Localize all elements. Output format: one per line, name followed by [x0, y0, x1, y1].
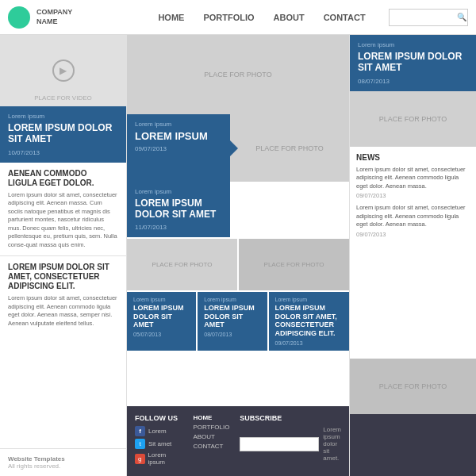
- top-photo-area: PLACE FOR PHOTO: [127, 35, 349, 114]
- footer-bar: FOLLOW US f Lorem t Sit amet g Lorem ips…: [127, 406, 349, 476]
- play-button[interactable]: ▶: [52, 60, 75, 82]
- right-photo-2: PLACE FOR PHOTO: [350, 359, 476, 414]
- blue-card-mid: Lorem ipsum LOREM IPSUM 09/07/2013: [127, 114, 230, 182]
- subscribe-title: SUBSCRIBE: [240, 414, 341, 422]
- header: COMPANY NAME HOME PORTFOLIO ABOUT CONTAC…: [0, 0, 476, 35]
- bc2-label: Lorem ipsum: [275, 297, 344, 302]
- follow-title: FOLLOW US: [135, 414, 183, 422]
- site-title: Website Templates: [8, 455, 118, 463]
- arrow-right: [230, 140, 238, 156]
- footer-nav-item-1[interactable]: PORTFOLIO: [193, 424, 230, 431]
- nav: HOME PORTFOLIO ABOUT CONTACT: [135, 13, 389, 22]
- bc0-title: LOREM IPSUM DOLOR SIT AMET: [133, 304, 190, 329]
- right-card-date: 08/07/2013: [358, 78, 468, 85]
- photo-sm-2: PLACE FOR PHOTO: [239, 239, 349, 290]
- nav-about[interactable]: ABOUT: [274, 13, 305, 22]
- footer-nav-item-2[interactable]: ABOUT: [193, 433, 230, 440]
- video-block[interactable]: ▶ PLACE FOR VIDEO: [0, 35, 126, 106]
- card-title: LOREM IPSUM DOLOR SIT AMET: [8, 122, 118, 145]
- bc0-date: 05/07/2013: [133, 332, 190, 337]
- article-body: Lorem ipsum dolor sit amet, consectetuer…: [8, 191, 118, 250]
- right-top-card: Lorem ipsum LOREM IPSUM DOLOR SIT AMET 0…: [350, 35, 476, 91]
- main-layout: ▶ PLACE FOR VIDEO Lorem ipsum LOREM IPSU…: [0, 35, 476, 476]
- bc1-date: 08/07/2013: [204, 332, 260, 337]
- news-body-0: Lorem ipsum dolor sit amet, consectetuer…: [356, 166, 470, 191]
- bc2-title: LOREM IPSUM DOLOR SIT AMET, CONSECTETUER…: [275, 304, 344, 338]
- mid-section: Lorem ipsum LOREM IPSUM 09/07/2013 PLACE…: [127, 114, 349, 182]
- right-column: Lorem ipsum LOREM IPSUM DOLOR SIT AMET 0…: [349, 35, 476, 476]
- article2-body: Lorem ipsum dolor sit amet, consectetuer…: [8, 294, 118, 328]
- subscribe-input[interactable]: [240, 437, 319, 451]
- sidebar-article-2: LOREM IPSUM DOLOR SIT AMET, CONSECTETUER…: [0, 256, 126, 449]
- footer-nav-item-3[interactable]: CONTACT: [193, 443, 230, 450]
- facebook-icon: f: [135, 426, 145, 436]
- logo-circle: [8, 6, 30, 29]
- bottom-card-0: Lorem ipsum LOREM IPSUM DOLOR SIT AMET 0…: [127, 292, 196, 351]
- mid-date: 09/07/2013: [135, 145, 222, 152]
- photo-large: PLACE FOR PHOTO: [127, 35, 349, 114]
- follow-label-0: Lorem: [148, 428, 167, 435]
- nav-portfolio[interactable]: PORTFOLIO: [203, 13, 254, 22]
- follow-item-2[interactable]: g Lorem ipsum: [135, 451, 183, 466]
- video-label: PLACE FOR VIDEO: [0, 94, 126, 102]
- search-input[interactable]: [393, 13, 457, 21]
- footer-nav-item-0[interactable]: HOME: [193, 414, 230, 421]
- news-item-0: Lorem ipsum dolor sit amet, consectetuer…: [356, 166, 470, 200]
- bottom-card-2: Lorem ipsum LOREM IPSUM DOLOR SIT AMET, …: [269, 292, 350, 351]
- mid2-date: 11/07/2013: [135, 224, 222, 231]
- bottom-card-1: Lorem ipsum LOREM IPSUM DOLOR SIT AMET 0…: [198, 292, 267, 351]
- logo-area: COMPANY NAME: [8, 6, 135, 29]
- sidebar: ▶ PLACE FOR VIDEO Lorem ipsum LOREM IPSU…: [0, 35, 127, 476]
- article2-title: LOREM IPSUM DOLOR SIT AMET, CONSECTETUER…: [8, 263, 118, 291]
- google-icon: g: [135, 454, 145, 464]
- nav-home[interactable]: HOME: [158, 13, 184, 22]
- twitter-icon: t: [135, 439, 145, 449]
- news-date-1: 09/07/2013: [356, 231, 470, 238]
- news-section: NEWS Lorem ipsum dolor sit amet, consect…: [350, 147, 476, 359]
- bc1-label: Lorem ipsum: [204, 297, 260, 302]
- blue-card-mid2-row: Lorem ipsum LOREM IPSUM DOLOR SIT AMET 1…: [127, 182, 349, 237]
- news-date-0: 09/07/2013: [356, 192, 470, 199]
- sidebar-blue-card-1: Lorem ipsum LOREM IPSUM DOLOR SIT AMET 1…: [0, 106, 126, 163]
- bc2-date: 09/07/2013: [275, 340, 344, 346]
- news-body-1: Lorem ipsum dolor sit amet, consectetuer…: [356, 204, 470, 229]
- right-footer-spacer: [350, 414, 476, 476]
- logo-text: COMPANY NAME: [36, 8, 72, 26]
- mid2-small-label: Lorem ipsum: [135, 188, 222, 195]
- mid-title: LOREM IPSUM: [135, 130, 222, 142]
- photo-mid: PLACE FOR PHOTO: [230, 114, 349, 182]
- follow-section: FOLLOW US f Lorem t Sit amet g Lorem ips…: [135, 414, 183, 468]
- follow-item-1[interactable]: t Sit amet: [135, 439, 183, 449]
- photo-sm-1: PLACE FOR PHOTO: [127, 239, 237, 290]
- follow-label-2: Lorem ipsum: [148, 451, 184, 466]
- follow-label-1: Sit amet: [148, 440, 171, 447]
- news-item-1: Lorem ipsum dolor sit amet, consectetuer…: [356, 204, 470, 238]
- right-card-title: LOREM IPSUM DOLOR SIT AMET: [358, 51, 468, 74]
- footer-nav: HOME PORTFOLIO ABOUT CONTACT: [193, 414, 230, 468]
- search-box: 🔍: [389, 9, 468, 26]
- mid-small-label: Lorem ipsum: [135, 121, 222, 128]
- rights-text: All rights reserved.: [8, 463, 118, 470]
- card-small-label: Lorem ipsum: [8, 113, 118, 120]
- news-title: NEWS: [356, 153, 470, 162]
- bc0-label: Lorem ipsum: [133, 297, 190, 302]
- subscribe-hint: Lorem ipsum dolor sit amet.: [323, 426, 341, 462]
- blue-card-mid2: Lorem ipsum LOREM IPSUM DOLOR SIT AMET 1…: [127, 182, 230, 237]
- mid2-title: LOREM IPSUM DOLOR SIT AMET: [135, 198, 222, 221]
- photo-row: PLACE FOR PHOTO PLACE FOR PHOTO: [127, 239, 349, 290]
- sidebar-footer: Website Templates All rights reserved.: [0, 449, 126, 476]
- right-photo-1: PLACE FOR PHOTO: [350, 91, 476, 147]
- subscribe-section: SUBSCRIBE Lorem ipsum dolor sit amet.: [240, 414, 341, 468]
- bc1-title: LOREM IPSUM DOLOR SIT AMET: [204, 304, 260, 329]
- card-date: 10/07/2013: [8, 149, 118, 156]
- article-title: AENEAN COMMODO LIGULA EGET DOLOR.: [8, 169, 118, 188]
- search-icon: 🔍: [457, 13, 466, 21]
- right-card-label: Lorem ipsum: [358, 41, 468, 48]
- center-column: PLACE FOR PHOTO Lorem ipsum LOREM IPSUM …: [127, 35, 349, 476]
- nav-contact[interactable]: CONTACT: [324, 13, 366, 22]
- sidebar-article-1: AENEAN COMMODO LIGULA EGET DOLOR. Lorem …: [0, 163, 126, 257]
- bottom-blue-row: Lorem ipsum LOREM IPSUM DOLOR SIT AMET 0…: [127, 292, 349, 351]
- follow-item-0[interactable]: f Lorem: [135, 426, 183, 436]
